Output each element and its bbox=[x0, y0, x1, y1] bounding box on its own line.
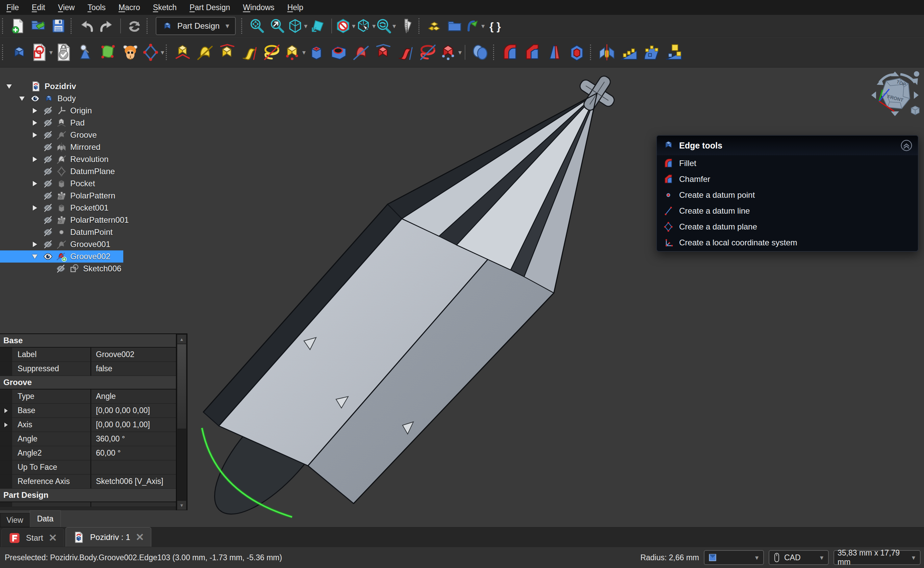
property-scrollbar[interactable]: ▲ ▼ bbox=[176, 334, 187, 510]
tree-item-datumplane[interactable]: DatumPlane bbox=[0, 165, 189, 178]
menu-edit[interactable]: Edit bbox=[25, 0, 52, 15]
menu-macro[interactable]: Macro bbox=[112, 0, 147, 15]
expander-open-icon[interactable] bbox=[15, 97, 28, 101]
view-dimensions-dropdown[interactable]: 35,83 mm x 17,79 mm ▾ bbox=[833, 550, 921, 565]
property-expander-icon[interactable] bbox=[0, 403, 12, 417]
edit-sketch-button[interactable] bbox=[52, 40, 75, 65]
additive-helix-button[interactable] bbox=[261, 40, 283, 65]
undo-button[interactable] bbox=[76, 16, 97, 36]
expander-open-icon[interactable] bbox=[28, 254, 41, 259]
menu-tools[interactable]: Tools bbox=[81, 0, 112, 15]
tree-item-groove001[interactable]: Groove001 bbox=[0, 238, 189, 251]
hole-button[interactable] bbox=[327, 40, 350, 65]
eye-hidden-icon[interactable] bbox=[41, 118, 55, 128]
tree-item-groove002[interactable]: Groove002 bbox=[0, 251, 123, 263]
mouse-mode-dropdown[interactable]: CAD ▾ bbox=[769, 550, 829, 565]
fit-all-button[interactable] bbox=[247, 16, 267, 36]
collapse-icon[interactable] bbox=[900, 139, 912, 151]
property-value[interactable]: Angle bbox=[91, 390, 176, 403]
property-value[interactable]: [0,00 0,00 0,00] bbox=[91, 403, 176, 417]
tab-view[interactable]: View bbox=[0, 513, 30, 527]
property-value[interactable]: 360,00 ° bbox=[91, 432, 176, 446]
additive-primitive-button[interactable]: ▾ bbox=[283, 40, 305, 65]
tree-item-revolution[interactable]: Revolution bbox=[0, 153, 189, 165]
menu-view[interactable]: View bbox=[52, 0, 81, 15]
additive-pipe-button[interactable] bbox=[238, 40, 261, 65]
menu-part-design[interactable]: Part Design bbox=[183, 0, 236, 15]
eye-hidden-icon[interactable] bbox=[54, 264, 68, 274]
expander-closed-icon[interactable] bbox=[28, 205, 41, 211]
property-value[interactable]: [0,00 0,00 1,00] bbox=[91, 418, 176, 432]
expander-closed-icon[interactable] bbox=[28, 157, 41, 162]
tree-item-polarpattern[interactable]: PolarPattern bbox=[0, 190, 189, 202]
pad-button[interactable] bbox=[171, 40, 194, 65]
box-select-button[interactable]: ▾ bbox=[356, 16, 376, 36]
tree-item-datumpoint[interactable]: DatumPoint bbox=[0, 226, 189, 238]
mirrored-button[interactable] bbox=[596, 40, 618, 65]
create-body-button[interactable] bbox=[8, 40, 30, 65]
close-icon[interactable]: ✕ bbox=[136, 532, 144, 542]
expander-closed-icon[interactable] bbox=[28, 120, 41, 125]
chamfer-button[interactable] bbox=[521, 40, 544, 65]
eye-hidden-icon[interactable] bbox=[41, 130, 55, 140]
std-group-button[interactable] bbox=[444, 16, 465, 36]
expander-closed-icon[interactable] bbox=[28, 181, 41, 186]
property-value[interactable] bbox=[91, 460, 176, 474]
expander-closed-icon[interactable] bbox=[28, 132, 41, 138]
shapebinder-sub-button[interactable] bbox=[97, 40, 119, 65]
create-datum-button[interactable]: ▾ bbox=[141, 40, 164, 65]
validate-sketch-button[interactable] bbox=[75, 40, 97, 65]
eye-hidden-icon[interactable] bbox=[41, 215, 55, 225]
eye-hidden-icon[interactable] bbox=[41, 227, 55, 237]
toolbar-grip[interactable] bbox=[2, 45, 5, 60]
tree-item-body[interactable]: Body bbox=[0, 92, 189, 105]
tree-item-pocket001[interactable]: Pocket001 bbox=[0, 202, 189, 214]
workbench-selector[interactable]: Part Design▾ bbox=[156, 17, 236, 35]
additive-loft-button[interactable] bbox=[216, 40, 238, 65]
property-value[interactable]: Groove002 bbox=[91, 347, 176, 361]
property-value[interactable]: false bbox=[91, 362, 176, 376]
iso-view-button[interactable]: ▾ bbox=[288, 16, 307, 36]
navcube-dot[interactable] bbox=[914, 71, 919, 77]
edge-tools-item-chamfer[interactable]: Chamfer bbox=[657, 171, 918, 187]
property-value[interactable]: 60,00 ° bbox=[91, 446, 176, 460]
toolbar-grip[interactable] bbox=[418, 18, 421, 34]
tree-item-pad[interactable]: Pad bbox=[0, 117, 189, 129]
expander-open-icon[interactable] bbox=[3, 85, 15, 89]
navigation-style-dropdown[interactable]: ▾ bbox=[704, 550, 764, 565]
navcube-mini-cube[interactable] bbox=[911, 106, 919, 115]
new-file-button[interactable] bbox=[8, 16, 28, 36]
linear-pattern-button[interactable] bbox=[618, 40, 640, 65]
document-tab-start[interactable]: Start✕ bbox=[2, 529, 64, 547]
toolbar-grip[interactable] bbox=[590, 45, 593, 60]
eye-hidden-icon[interactable] bbox=[41, 203, 55, 213]
navigation-cube[interactable]: TOP FRONT bbox=[868, 69, 922, 119]
subtractive-loft-button[interactable] bbox=[372, 40, 394, 65]
save-file-button[interactable] bbox=[48, 16, 68, 36]
toolbar-grip[interactable] bbox=[71, 18, 73, 34]
zoom-sync-button[interactable]: ▾ bbox=[376, 16, 396, 36]
fit-selection-button[interactable] bbox=[267, 16, 288, 36]
toolbar-grip[interactable] bbox=[493, 45, 496, 60]
expression-button[interactable]: { } bbox=[485, 16, 505, 36]
edge-tools-header[interactable]: Edge tools bbox=[657, 136, 918, 155]
tree-item-pozidriv[interactable]: Pozidriv bbox=[0, 80, 189, 92]
scroll-down-button[interactable]: ▼ bbox=[177, 501, 186, 510]
measure-caliper-button[interactable] bbox=[396, 16, 417, 36]
std-part-button[interactable] bbox=[424, 16, 444, 36]
eye-hidden-icon[interactable] bbox=[41, 166, 55, 177]
eye-hidden-icon[interactable] bbox=[41, 191, 55, 201]
pocket-button[interactable] bbox=[305, 40, 327, 65]
menu-windows[interactable]: Windows bbox=[236, 0, 281, 15]
shapebinder-button[interactable] bbox=[119, 40, 141, 65]
property-value[interactable]: Sketch006 [V_Axis] bbox=[91, 474, 176, 488]
toolbar-grip[interactable] bbox=[166, 45, 168, 60]
tab-data[interactable]: Data bbox=[30, 510, 61, 527]
polar-pattern-button[interactable] bbox=[640, 40, 663, 65]
menu-help[interactable]: Help bbox=[281, 0, 310, 15]
make-link-button[interactable]: ▾ bbox=[465, 16, 485, 36]
tree-item-origin[interactable]: Origin bbox=[0, 105, 189, 117]
toolbar-grip[interactable] bbox=[2, 18, 5, 34]
menu-sketch[interactable]: Sketch bbox=[147, 0, 183, 15]
eye-hidden-icon[interactable] bbox=[41, 142, 55, 152]
